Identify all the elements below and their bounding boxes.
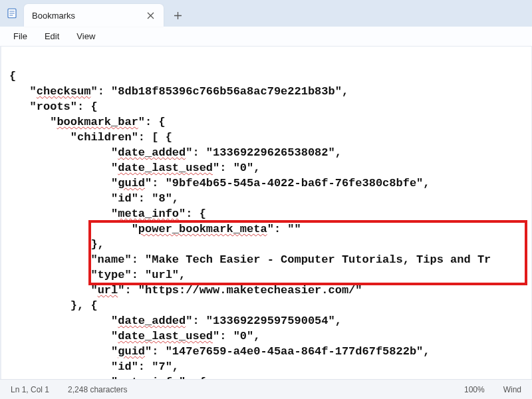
status-cursor-position: Ln 1, Col 1 <box>11 385 49 394</box>
status-platform: Wind <box>503 385 521 394</box>
menu-file[interactable]: File <box>5 29 35 44</box>
menu-bar: File Edit View <box>0 27 532 47</box>
new-tab-button[interactable] <box>166 4 189 27</box>
status-zoom[interactable]: 100% <box>464 385 485 394</box>
menu-view[interactable]: View <box>68 29 103 44</box>
editor-content[interactable]: { "checksum": "8db18f85396c766b56a8ac79e… <box>0 47 532 379</box>
title-bar: Bookmarks <box>0 0 532 27</box>
status-bar: Ln 1, Col 1 2,248 characters 100% Wind <box>0 379 532 399</box>
code-block: { "checksum": "8db18f85396c766b56a8ac79e… <box>1 53 531 379</box>
status-char-count: 2,248 characters <box>68 385 127 394</box>
tab-title: Bookmarks <box>32 11 75 21</box>
close-icon[interactable] <box>145 10 156 21</box>
tab-bookmarks[interactable]: Bookmarks <box>24 4 164 27</box>
menu-edit[interactable]: Edit <box>37 29 67 44</box>
app-icon <box>0 0 24 27</box>
